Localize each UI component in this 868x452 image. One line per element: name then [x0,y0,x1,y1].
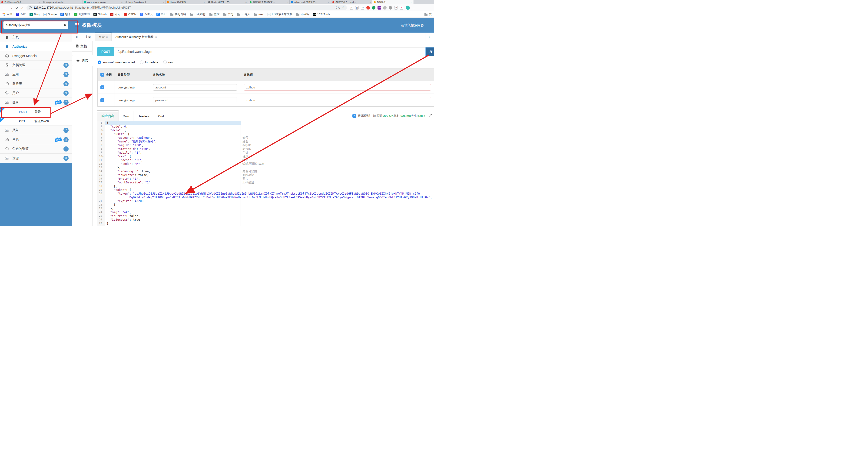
hamburger-icon[interactable] [75,23,79,27]
extension-icon[interactable]: RP [377,6,381,9]
extension-icon[interactable] [383,6,386,9]
bookmark-item[interactable]: 记笔记 [156,12,166,16]
sidebar-item-角色[interactable]: API角色NEW8 [0,135,72,144]
doc-tab-登录[interactable]: 登录× [95,33,112,41]
bookmark-item[interactable]: 公司 [223,12,234,16]
bookmark-star-icon[interactable]: ☆ [342,6,344,10]
tab-close-icon[interactable]: × [121,1,123,3]
doc-tab-主页[interactable]: 主页 [81,33,95,41]
body-type-radio-form-data[interactable]: form-data [140,60,158,64]
home-icon[interactable]: ⌂ [21,6,23,9]
bookmark-overflow-folder[interactable]: 其 [424,12,432,16]
bookmark-item[interactable]: 微信 [209,12,219,16]
bookmark-item[interactable]: 小目标 [296,12,309,16]
profile-avatar[interactable] [406,6,410,10]
select-all-checkbox[interactable]: ✓ [100,73,104,77]
omnibox[interactable]: i 127.0.0.1:8760/api/gate/doc.html#/auth… [27,5,347,10]
body-type-radio-x-www-form-urlencoded[interactable]: x-www-form-urlencoded [98,60,135,64]
endpoint-url[interactable]: /api/authority/anno/login [118,50,152,54]
radio-icon[interactable] [140,60,144,64]
bookmark-item[interactable]: C开源中国 [74,12,90,16]
browser-tab[interactable]: OK文件迁入（pack…× [331,0,372,4]
bookmark-item[interactable]: 云百度云 [140,12,153,16]
sidebar-item-Authorize[interactable]: Authorize [0,42,72,51]
fold-arrow-icon[interactable]: ▼ [102,155,103,159]
extension-icon[interactable] [389,6,392,9]
bookmark-item[interactable]: mac [254,13,264,16]
param-value-input[interactable]: zuihou [244,97,431,103]
collapse-tabs-icon[interactable]: « [72,33,81,41]
body-type-radio-raw[interactable]: raw [163,60,173,64]
extension-icon[interactable]: 回 [350,6,353,9]
show-desc-checkbox[interactable]: ✓ [352,114,356,118]
extension-icon[interactable] [366,6,370,9]
browser-tab[interactable]: 语雀/account登录× [0,0,41,4]
browser-tab[interactable]: temporary-interfac…× [41,0,83,4]
close-tab-icon[interactable]: × [155,36,157,38]
sidebar-item-资源[interactable]: API资源6 [0,153,72,163]
tab-close-icon[interactable]: × [80,1,81,3]
tab-close-icon[interactable]: × [328,1,330,3]
close-tab-icon[interactable]: × [106,36,107,38]
tab-close-icon[interactable]: × [287,1,288,3]
bookmark-item[interactable]: 10241024Tools [313,13,330,16]
fullscreen-icon[interactable] [429,114,432,118]
forward-icon[interactable]: → [9,6,12,9]
param-checkbox[interactable]: ✓ [100,98,104,102]
param-name-input[interactable]: account [153,84,237,90]
module-select[interactable]: authority-权限模块 [3,21,68,29]
browser-tab[interactable]: github-pack 文件提交…× [290,0,331,4]
extension-icon[interactable]: (·) [355,6,359,9]
param-checkbox[interactable]: ✓ [100,85,104,89]
search-input[interactable]: 请输入搜索内容 [401,23,424,27]
fold-arrow-icon[interactable]: ▼ [102,121,103,125]
fold-arrow-icon[interactable]: ▼ [102,133,103,136]
tab-close-icon[interactable]: × [370,1,371,3]
param-value-input[interactable]: zuihou [244,84,431,90]
bookmark-item[interactable]: ESES搜索引擎文档 [268,12,292,16]
bookmark-item[interactable]: 译翻译 [60,12,70,16]
tab-close-icon[interactable]: × [163,1,164,3]
doc-tab-Authorize-authority-权限模块[interactable]: Authorize-authority-权限模块× [112,33,160,41]
sidebar-item-菜单[interactable]: API菜单7 [0,126,72,135]
reload-icon[interactable]: ⟳ [16,6,19,9]
browser-tab[interactable]: 国家级联参数流提交…× [248,0,290,4]
param-name-input[interactable]: password [153,97,237,103]
sidebar-item-服务表[interactable]: API服务表6 [0,79,72,88]
bookmark-item[interactable]: 什么都有 [190,12,206,16]
sidebar-item-主页[interactable]: 主页 [0,33,72,42]
response-tab-Raw[interactable]: Raw [119,111,133,121]
sidebar-item-角色的资源[interactable]: API角色的资源1 [0,144,72,153]
radio-icon[interactable] [98,60,101,64]
response-tab-响应内容[interactable]: 响应内容 [97,111,119,121]
bookmark-item[interactable]: 百百度 [16,12,26,16]
page-info-icon[interactable]: i [29,6,32,9]
bookmark-item[interactable]: 学习资料 [170,12,186,16]
tab-close-icon[interactable]: × [204,1,205,3]
browser-tab[interactable]: Band - Sampserver…× [83,0,124,4]
bookmark-item[interactable]: G码云 [110,12,120,16]
extension-icon[interactable] [372,6,375,9]
radio-icon[interactable] [163,60,167,64]
tab-close-icon[interactable]: × [39,1,40,3]
bookmark-item[interactable]: 应用 [2,12,12,16]
back-icon[interactable]: ← [3,6,6,9]
tab-close-icon[interactable]: × [411,1,412,3]
browser-tab[interactable]: 权限模块× [372,0,414,4]
fold-arrow-icon[interactable]: ▼ [102,129,103,133]
expand-tabs-icon[interactable]: » [425,33,434,41]
response-tab-Curl[interactable]: Curl [154,111,168,121]
bookmark-item[interactable]: GGoogle [43,13,57,16]
sidebar-item-文档管理[interactable]: 文档管理3 [0,60,72,70]
sidebar-item-登录[interactable]: API登录NEW2 [0,98,72,107]
sidebar-item-用户[interactable]: API用户9 [0,88,72,98]
extension-icon[interactable]: ✳ [400,6,403,9]
extension-icon[interactable]: Git [394,6,398,9]
bookmark-item[interactable]: CCSDN [124,13,136,16]
browser-tab[interactable]: https://stackoverfl…× [124,0,165,4]
bookmark-item[interactable]: bBing [30,13,39,16]
extension-icon[interactable]: en [361,6,364,9]
bookmark-item[interactable]: 已导入 [237,12,250,16]
browser-menu-icon[interactable]: ⋮ [413,6,415,9]
response-json-viewer[interactable]: 1▼{2 "code": 0,3▼ "data": {4▼ "user": {5… [97,121,434,226]
